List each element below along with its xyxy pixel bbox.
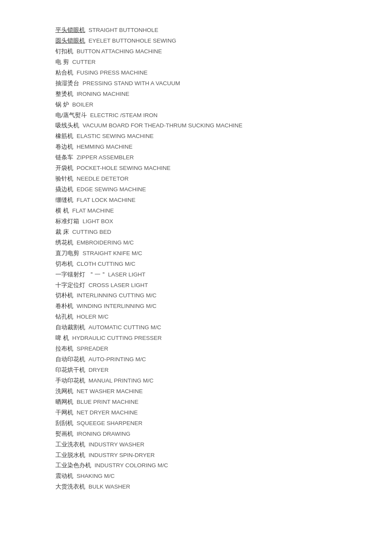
chinese-label: 洗网机 (55, 388, 73, 394)
chinese-label: 震动机 (55, 473, 73, 479)
english-label: FLAT MACHINE (71, 207, 114, 214)
english-label: ＂一＂ LASER LIGHT (87, 271, 145, 278)
chinese-label: 开袋机 (55, 165, 73, 171)
list-item: 圆头锁眼机 EYELET BUTTONHOLE SEWING (55, 36, 392, 46)
chinese-label: 卷朴机 (55, 303, 73, 309)
list-item: 震动机 SHAKING M/C (55, 472, 392, 481)
list-item: 熨画机 IRONING DRAWING (55, 429, 392, 439)
chinese-label: 链条车 (55, 154, 73, 161)
english-label: POCKET-HOLE SEWING MACHINE (75, 165, 170, 171)
english-label: INTERLINNING CUTTING M/C (75, 292, 156, 299)
english-label: HYDRAULIC CUTTING PRESSER (71, 335, 162, 341)
english-label: SQUEEGE SHARPENER (75, 420, 142, 426)
english-label: INDUSTRY SPIN-DRYER (87, 452, 155, 458)
chinese-label: 大货洗衣机 (55, 483, 85, 490)
english-label: LIGHT BOX (81, 218, 113, 224)
chinese-label: 自动裁割机 (55, 324, 85, 331)
english-label: BOILER (71, 101, 93, 108)
english-label: INDUSTRY COLORING M/C (93, 462, 168, 469)
list-item: 撬边机 EDGE SEWING MACHINE (55, 185, 392, 195)
list-item: 切朴机 INTERLINNING CUTTING M/C (55, 291, 392, 301)
english-label: IRONING MACHINE (75, 91, 130, 97)
english-label: SHAKING M/C (75, 473, 115, 479)
list-item: 横 机 FLAT MACHINE (55, 206, 392, 216)
english-label: ELECTRIC /STEAM IRON (89, 112, 158, 118)
chinese-label: 电/蒸气熨斗 (55, 112, 87, 118)
list-item: 整烫机 IRONING MACHINE (55, 89, 392, 99)
chinese-label: 拉布机 (55, 345, 73, 352)
chinese-label: 电 剪 (55, 59, 69, 65)
english-label: ELASTIC SEWING MACHINE (75, 133, 154, 139)
english-label: DRYER (87, 367, 109, 373)
list-item: 印花烘干机 DRYER (55, 365, 392, 375)
english-label: VACUUM BOARD FOR THEAD-THRUM SUCKING MAC… (81, 122, 242, 129)
chinese-label: 粘合机 (55, 69, 73, 76)
chinese-label: 手动印花机 (55, 377, 85, 384)
chinese-label: 横 机 (55, 207, 69, 214)
chinese-label: 熨画机 (55, 431, 73, 437)
chinese-label: 十字定位灯 (55, 282, 85, 288)
english-label: AUTO-PRINTING M/C (87, 356, 146, 362)
chinese-label: 切布机 (55, 261, 73, 267)
english-label: NET WASHER MACHINE (75, 388, 143, 394)
english-label: IRONING DRAWING (75, 431, 130, 437)
list-item: 标准灯箱 LIGHT BOX (55, 217, 392, 227)
list-item: 工业脱水机 INDUSTRY SPIN-DRYER (55, 451, 392, 460)
chinese-label: 裁 床 (55, 229, 69, 235)
english-label: CUTTER (71, 59, 96, 65)
list-item: 洗网机 NET WASHER MACHINE (55, 387, 392, 397)
list-item: 绷缝机 FLAT LOCK MACHINE (55, 196, 392, 205)
list-item: 电 剪 CUTTER (55, 58, 392, 67)
chinese-label: 工业染色办机 (55, 462, 91, 469)
chinese-label: 平头锁眼机 (55, 27, 85, 33)
chinese-label: 圆头锁眼机 (55, 37, 85, 44)
chinese-label: 吸线头机 (55, 122, 79, 129)
chinese-label: 工业脱水机 (55, 452, 85, 458)
chinese-label: 抽湿烫台 (55, 80, 79, 86)
english-label: PRESSING STAND WITH A VACUUM (81, 80, 180, 86)
english-label: NEEDLE DETETOR (75, 175, 129, 182)
chinese-label: 标准灯箱 (55, 218, 79, 224)
english-label: SPREADER (75, 345, 108, 352)
english-label: MANUAL PRINTING M/C (87, 377, 153, 384)
english-label: BLUE PRINT MACHINE (75, 399, 138, 405)
english-label: EDGE SEWING MACHINE (75, 186, 146, 193)
list-item: 卷边机 HEMMING MACHINE (55, 142, 392, 152)
chinese-label: 钻孔机 (55, 313, 73, 320)
list-item: 十字定位灯 CROSS LASER LIGHT (55, 281, 392, 290)
list-item: 切布机 CLOTH CUTTING M/C (55, 259, 392, 269)
english-label: WINDING INTERLINNING M/C (75, 303, 156, 309)
list-item: 钻孔机 HOLER M/C (55, 312, 392, 322)
list-item: 啤 机 HYDRAULIC CUTTING PRESSER (55, 334, 392, 343)
list-item: 拉布机 SPREADER (55, 344, 392, 354)
list-item: 工业洗衣机 INDUSTRY WASHER (55, 440, 392, 450)
english-label: STRAIGHT KNIFE M/C (81, 250, 142, 256)
list-item: 直刀电剪 STRAIGHT KNIFE M/C (55, 249, 392, 259)
chinese-label: 撬边机 (55, 186, 73, 193)
english-label: NET DRYER MACHINE (75, 409, 138, 416)
english-label: EYELET BUTTONHOLE SEWING (87, 37, 176, 44)
list-item: 链条车 ZIPPER ASSEMBLER (55, 153, 392, 163)
english-label: HEMMING MACHINE (75, 144, 133, 150)
list-item: 自动裁割机 AUTOMATIC CUTTING M/C (55, 323, 392, 333)
chinese-label: 锅 炉 (55, 101, 69, 108)
chinese-label: 自动印花机 (55, 356, 85, 362)
list-item: 手动印花机 MANUAL PRINTING M/C (55, 376, 392, 386)
english-label: CLOTH CUTTING M/C (75, 261, 135, 267)
chinese-label: 直刀电剪 (55, 250, 79, 256)
list-item: 抽湿烫台 PRESSING STAND WITH A VACUUM (55, 79, 392, 89)
chinese-label: 验针机 (55, 175, 73, 182)
list-item: 橡筋机 ELASTIC SEWING MACHINE (55, 132, 392, 141)
list-item: 卷朴机 WINDING INTERLINNING M/C (55, 302, 392, 311)
chinese-label: 晒网机 (55, 399, 73, 405)
chinese-label: 整烫机 (55, 91, 73, 97)
chinese-label: 切朴机 (55, 292, 73, 299)
list-item: 吸线头机 VACUUM BOARD FOR THEAD-THRUM SUCKIN… (55, 121, 392, 131)
chinese-label: 钉扣机 (55, 48, 73, 55)
list-item: 钉扣机 BUTTON ATTACHING MACHINE (55, 47, 392, 57)
list-item: 干网机 NET DRYER MACHINE (55, 408, 392, 418)
chinese-label: 刮刮机 (55, 420, 73, 426)
english-label: FUSING PRESS MACHINE (75, 69, 147, 76)
chinese-label: 橡筋机 (55, 133, 73, 139)
chinese-label: 工业洗衣机 (55, 441, 85, 448)
